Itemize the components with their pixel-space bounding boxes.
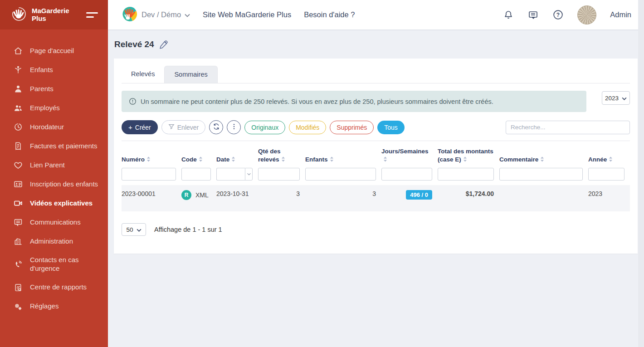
phone-icon: [13, 260, 23, 269]
messages-icon[interactable]: [527, 10, 539, 20]
sort-icon[interactable]: [199, 156, 203, 164]
filter-date-input[interactable]: [216, 168, 245, 181]
sort-icon[interactable]: [330, 156, 334, 164]
summaries-panel: Relevés Sommaires Un sommaire ne peut co…: [114, 59, 638, 254]
sidebar-item-horodateur[interactable]: Horodateur: [0, 117, 108, 137]
cell-code: R XML: [181, 185, 216, 211]
child-icon: [13, 65, 23, 74]
cell-date: 2023-10-31: [216, 185, 258, 211]
sidebar-item-lien-parent[interactable]: Lien Parent: [0, 156, 108, 175]
filter-annee-input[interactable]: [588, 168, 624, 181]
col-jours-semaines[interactable]: Jours/Semaines: [381, 141, 438, 167]
svg-text:?: ?: [556, 12, 560, 18]
sidebar-item-parents[interactable]: Parents: [0, 79, 108, 98]
cell-total: $1,724.00: [438, 185, 499, 211]
filter-code-input[interactable]: [181, 168, 211, 181]
sort-icon[interactable]: [231, 156, 235, 164]
brand-logo[interactable]: MaGarderie Plus: [10, 5, 85, 25]
sort-icon[interactable]: [146, 156, 151, 164]
help-link[interactable]: Besoin d'aide ?: [304, 10, 355, 19]
date-filter-dropdown[interactable]: [245, 168, 253, 181]
remove-button[interactable]: Enlever: [161, 120, 205, 134]
site-web-link[interactable]: Site Web MaGarderie Plus: [203, 10, 291, 19]
search-input[interactable]: [506, 121, 630, 134]
filter-supprimes-button[interactable]: Supprimés: [330, 121, 374, 134]
sidebar-item-rapports[interactable]: Centre de rapports: [0, 278, 108, 297]
filter-modifies-button[interactable]: Modifiés: [289, 121, 326, 134]
col-numero[interactable]: Numéro: [122, 141, 181, 167]
refresh-icon: [213, 123, 220, 132]
refresh-button[interactable]: [209, 120, 223, 134]
tab-sommaires[interactable]: Sommaires: [164, 66, 217, 83]
sidebar-item-reglages[interactable]: Réglages: [0, 297, 108, 316]
org-name: Dev / Démo: [141, 10, 181, 19]
person-icon: [13, 84, 23, 93]
sidebar-item-factures[interactable]: Factures et paiements: [0, 137, 108, 156]
more-options-button[interactable]: [227, 120, 241, 134]
topbar: Dev / Démo Site Web MaGarderie Plus Beso…: [108, 0, 644, 29]
info-circle-icon: [129, 98, 137, 105]
brand-name: MaGarderie Plus: [32, 7, 69, 22]
home-icon: [13, 46, 23, 55]
sidebar-toggle-icon[interactable]: [85, 10, 99, 20]
filter-enfants-input[interactable]: [305, 168, 376, 181]
sort-icon[interactable]: [463, 156, 467, 164]
gears-icon: [13, 302, 23, 311]
edit-title-pencil-icon[interactable]: [159, 40, 168, 49]
tab-releves[interactable]: Relevés: [122, 66, 164, 83]
building-icon: [13, 237, 23, 246]
sidebar-item-videos[interactable]: Vidéos explicatives: [0, 194, 108, 213]
year-select[interactable]: 2023: [602, 91, 630, 105]
invoice-icon: [13, 142, 23, 151]
col-annee[interactable]: Année: [588, 141, 630, 167]
chevron-down-icon: [137, 226, 141, 233]
filter-qte-input[interactable]: [258, 168, 300, 181]
people-icon: [13, 103, 23, 112]
col-qte-releves[interactable]: Qté des relevés: [258, 141, 305, 167]
col-total-montants[interactable]: Total des montants (case E): [438, 141, 499, 167]
sidebar-nav: Page d'accueil Enfants Parents Employés …: [0, 29, 108, 316]
filter-commentaire-input[interactable]: [499, 168, 583, 181]
summaries-table: Numéro Code Date Qté des relevés Enfants…: [122, 141, 630, 211]
page-size-select[interactable]: 50: [122, 223, 146, 236]
sidebar-item-inscription[interactable]: Inscription des enfants: [0, 175, 108, 194]
col-commentaire[interactable]: Commentaire: [499, 141, 588, 167]
report-icon: [13, 283, 23, 292]
filter-originaux-button[interactable]: Originaux: [244, 121, 285, 134]
scrollbar-track[interactable]: [638, 0, 644, 347]
pagination-summary: Affichage de 1 - 1 sur 1: [154, 226, 222, 233]
user-name[interactable]: Admin: [610, 10, 631, 19]
sidebar-item-administration[interactable]: Administration: [0, 232, 108, 251]
alert-text: Un sommaire ne peut contenir plus de 250…: [141, 98, 493, 105]
sidebar-item-communications[interactable]: Communications: [0, 213, 108, 232]
filter-tous-button[interactable]: Tous: [377, 121, 405, 134]
sort-icon[interactable]: [281, 156, 285, 164]
table-row[interactable]: 2023-00001 R XML 2023-10-31 3 3 496 / 0 …: [122, 185, 630, 211]
funnel-icon: [168, 123, 175, 131]
sort-icon[interactable]: [540, 156, 544, 164]
chevron-down-icon: [622, 95, 627, 102]
sidebar-item-employes[interactable]: Employés: [0, 98, 108, 117]
sidebar-item-accueil[interactable]: Page d'accueil: [0, 41, 108, 60]
table-filter-row: [122, 167, 630, 185]
filter-jours-input[interactable]: [381, 168, 432, 181]
sort-icon[interactable]: [609, 156, 613, 164]
toolbar: + Créer Enlever Originaux Modifiés: [122, 120, 630, 134]
video-icon: [13, 199, 23, 208]
sort-icon[interactable]: [383, 156, 387, 164]
pagination: 50 Affichage de 1 - 1 sur 1: [122, 223, 630, 236]
notifications-bell-icon[interactable]: [503, 10, 514, 20]
sidebar-item-enfants[interactable]: Enfants: [0, 60, 108, 79]
chevron-down-icon: [185, 11, 190, 19]
help-circle-icon[interactable]: ?: [552, 9, 564, 20]
col-date[interactable]: Date: [216, 141, 258, 167]
sidebar-item-contacts-urgence[interactable]: Contacts en cas d'urgence: [0, 251, 108, 278]
col-enfants[interactable]: Enfants: [305, 141, 381, 167]
create-button[interactable]: + Créer: [122, 120, 158, 134]
clock-icon: [13, 122, 23, 132]
user-avatar[interactable]: [577, 5, 596, 24]
org-switcher[interactable]: Dev / Démo: [122, 6, 190, 24]
filter-numero-input[interactable]: [122, 168, 176, 181]
filter-total-input[interactable]: [438, 168, 494, 181]
col-code[interactable]: Code: [181, 141, 216, 167]
